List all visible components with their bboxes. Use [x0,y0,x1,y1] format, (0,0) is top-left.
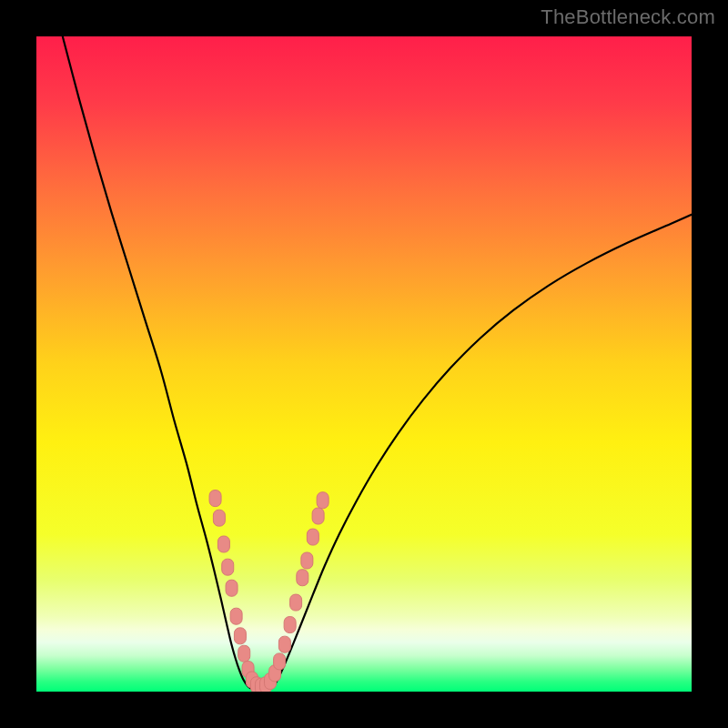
highlight-marker [230,608,242,624]
curve-layer [36,36,692,692]
highlight-marker [278,636,290,652]
highlight-marker [222,559,234,575]
highlight-marker [297,570,308,586]
highlight-marker [301,552,313,569]
highlight-marker [312,508,324,524]
watermark-text: TheBottleneck.com [541,5,715,29]
highlight-marker [317,492,329,509]
bottleneck-curve [63,36,692,691]
highlight-marker [217,536,229,552]
highlight-marker [238,645,250,662]
plot-area [36,36,692,692]
highlight-marker [274,653,286,670]
highlight-marker [226,580,238,596]
chart-frame: TheBottleneck.com [0,0,728,728]
highlight-marker [209,490,221,507]
highlight-marker [307,529,318,545]
highlight-marker [284,617,296,633]
highlight-marker [213,510,225,526]
highlight-marker [290,594,302,611]
highlight-marker [234,628,246,644]
marker-group [209,490,329,692]
